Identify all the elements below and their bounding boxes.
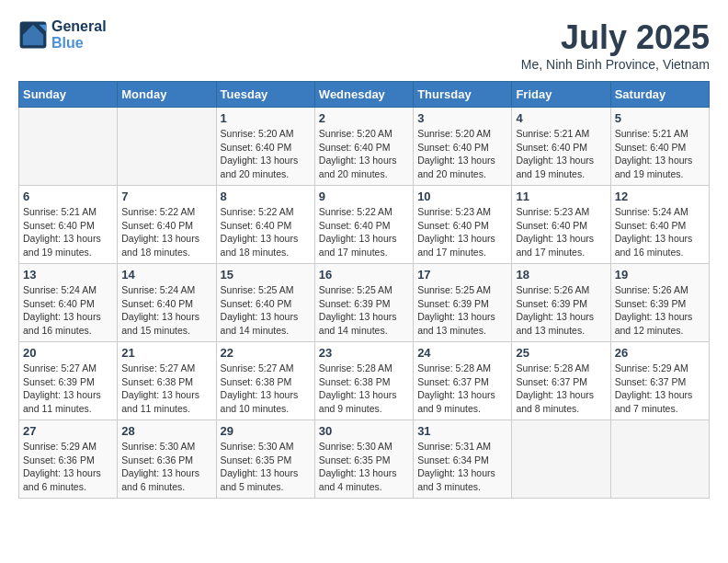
day-info: Sunrise: 5:30 AMSunset: 6:35 PMDaylight:… <box>319 440 409 494</box>
day-number: 10 <box>417 190 507 203</box>
day-info: Sunrise: 5:22 AMSunset: 6:40 PMDaylight:… <box>121 205 211 259</box>
calendar-cell: 31 Sunrise: 5:31 AMSunset: 6:34 PMDaylig… <box>414 420 512 499</box>
day-number: 17 <box>417 268 507 282</box>
weekday-header: Wednesday <box>314 82 413 108</box>
calendar-cell: 21 Sunrise: 5:27 AMSunset: 6:38 PMDaylig… <box>118 342 216 420</box>
calendar-header-row: SundayMondayTuesdayWednesdayThursdayFrid… <box>19 82 710 108</box>
day-info: Sunrise: 5:24 AMSunset: 6:40 PMDaylight:… <box>121 283 211 338</box>
calendar-cell: 19 Sunrise: 5:26 AMSunset: 6:39 PMDaylig… <box>610 264 709 342</box>
calendar-week-row: 13 Sunrise: 5:24 AMSunset: 6:40 PMDaylig… <box>19 264 710 342</box>
day-info: Sunrise: 5:29 AMSunset: 6:37 PMDaylight:… <box>615 362 705 416</box>
calendar-cell: 1 Sunrise: 5:20 AMSunset: 6:40 PMDayligh… <box>216 108 314 186</box>
calendar-cell: 25 Sunrise: 5:28 AMSunset: 6:37 PMDaylig… <box>512 342 610 420</box>
logo: General Blue <box>18 18 107 52</box>
calendar-week-row: 20 Sunrise: 5:27 AMSunset: 6:39 PMDaylig… <box>19 342 710 420</box>
calendar-week-row: 6 Sunrise: 5:21 AMSunset: 6:40 PMDayligh… <box>19 186 710 264</box>
day-number: 15 <box>221 268 311 282</box>
calendar-week-row: 1 Sunrise: 5:20 AMSunset: 6:40 PMDayligh… <box>19 108 710 186</box>
day-number: 21 <box>121 346 211 360</box>
day-info: Sunrise: 5:26 AMSunset: 6:39 PMDaylight:… <box>516 283 606 338</box>
calendar-cell: 8 Sunrise: 5:22 AMSunset: 6:40 PMDayligh… <box>216 186 314 264</box>
calendar-cell: 6 Sunrise: 5:21 AMSunset: 6:40 PMDayligh… <box>19 186 118 264</box>
day-number: 1 <box>221 111 311 125</box>
calendar-cell: 2 Sunrise: 5:20 AMSunset: 6:40 PMDayligh… <box>314 108 413 186</box>
day-info: Sunrise: 5:28 AMSunset: 6:37 PMDaylight:… <box>516 362 606 416</box>
day-number: 14 <box>121 268 211 282</box>
day-info: Sunrise: 5:20 AMSunset: 6:40 PMDaylight:… <box>417 127 507 181</box>
calendar-cell <box>118 108 216 186</box>
title-block: July 2025 Me, Ninh Binh Province, Vietna… <box>521 18 710 72</box>
logo-text: General Blue <box>51 18 107 52</box>
day-number: 11 <box>516 190 606 203</box>
calendar-cell <box>19 108 118 186</box>
location: Me, Ninh Binh Province, Vietnam <box>521 57 710 72</box>
weekday-header: Tuesday <box>216 82 314 108</box>
calendar-cell: 26 Sunrise: 5:29 AMSunset: 6:37 PMDaylig… <box>610 342 709 420</box>
day-info: Sunrise: 5:22 AMSunset: 6:40 PMDaylight:… <box>319 205 409 259</box>
calendar-cell: 4 Sunrise: 5:21 AMSunset: 6:40 PMDayligh… <box>512 108 610 186</box>
day-info: Sunrise: 5:21 AMSunset: 6:40 PMDaylight:… <box>615 127 705 181</box>
calendar-cell: 15 Sunrise: 5:25 AMSunset: 6:40 PMDaylig… <box>216 264 314 342</box>
day-number: 9 <box>319 190 409 203</box>
day-number: 25 <box>516 346 606 360</box>
day-info: Sunrise: 5:26 AMSunset: 6:39 PMDaylight:… <box>615 283 705 338</box>
day-number: 26 <box>615 346 705 360</box>
day-info: Sunrise: 5:28 AMSunset: 6:38 PMDaylight:… <box>319 362 409 416</box>
day-number: 13 <box>23 268 113 282</box>
weekday-header: Monday <box>118 82 216 108</box>
day-info: Sunrise: 5:24 AMSunset: 6:40 PMDaylight:… <box>23 283 113 338</box>
day-info: Sunrise: 5:25 AMSunset: 6:39 PMDaylight:… <box>319 283 409 338</box>
calendar-cell: 22 Sunrise: 5:27 AMSunset: 6:38 PMDaylig… <box>216 342 314 420</box>
calendar-cell: 3 Sunrise: 5:20 AMSunset: 6:40 PMDayligh… <box>414 108 512 186</box>
day-info: Sunrise: 5:28 AMSunset: 6:37 PMDaylight:… <box>417 362 507 416</box>
calendar-cell: 7 Sunrise: 5:22 AMSunset: 6:40 PMDayligh… <box>118 186 216 264</box>
weekday-header: Friday <box>512 82 610 108</box>
day-number: 31 <box>417 424 507 438</box>
calendar-cell: 5 Sunrise: 5:21 AMSunset: 6:40 PMDayligh… <box>610 108 709 186</box>
calendar-cell: 12 Sunrise: 5:24 AMSunset: 6:40 PMDaylig… <box>610 186 709 264</box>
day-number: 19 <box>615 268 705 282</box>
calendar-cell: 29 Sunrise: 5:30 AMSunset: 6:35 PMDaylig… <box>216 420 314 499</box>
day-info: Sunrise: 5:23 AMSunset: 6:40 PMDaylight:… <box>516 205 606 259</box>
day-info: Sunrise: 5:21 AMSunset: 6:40 PMDaylight:… <box>23 205 113 259</box>
day-number: 6 <box>23 190 113 203</box>
day-info: Sunrise: 5:20 AMSunset: 6:40 PMDaylight:… <box>221 127 311 181</box>
day-info: Sunrise: 5:23 AMSunset: 6:40 PMDaylight:… <box>417 205 507 259</box>
day-number: 2 <box>319 111 409 125</box>
calendar-cell: 23 Sunrise: 5:28 AMSunset: 6:38 PMDaylig… <box>314 342 413 420</box>
calendar-cell: 13 Sunrise: 5:24 AMSunset: 6:40 PMDaylig… <box>19 264 118 342</box>
calendar-cell <box>512 420 610 499</box>
calendar-week-row: 27 Sunrise: 5:29 AMSunset: 6:36 PMDaylig… <box>19 420 710 499</box>
day-number: 22 <box>221 346 311 360</box>
day-number: 12 <box>615 190 705 203</box>
calendar-cell: 16 Sunrise: 5:25 AMSunset: 6:39 PMDaylig… <box>314 264 413 342</box>
day-number: 28 <box>121 424 211 438</box>
day-number: 20 <box>23 346 113 360</box>
calendar-cell: 27 Sunrise: 5:29 AMSunset: 6:36 PMDaylig… <box>19 420 118 499</box>
page-header: General Blue July 2025 Me, Ninh Binh Pro… <box>18 18 710 72</box>
day-info: Sunrise: 5:21 AMSunset: 6:40 PMDaylight:… <box>516 127 606 181</box>
day-info: Sunrise: 5:30 AMSunset: 6:36 PMDaylight:… <box>121 440 211 494</box>
month-title: July 2025 <box>521 18 710 57</box>
day-number: 29 <box>221 424 311 438</box>
day-info: Sunrise: 5:24 AMSunset: 6:40 PMDaylight:… <box>615 205 705 259</box>
calendar-cell: 14 Sunrise: 5:24 AMSunset: 6:40 PMDaylig… <box>118 264 216 342</box>
day-info: Sunrise: 5:20 AMSunset: 6:40 PMDaylight:… <box>319 127 409 181</box>
day-info: Sunrise: 5:22 AMSunset: 6:40 PMDaylight:… <box>221 205 311 259</box>
calendar-cell: 9 Sunrise: 5:22 AMSunset: 6:40 PMDayligh… <box>314 186 413 264</box>
calendar-cell: 10 Sunrise: 5:23 AMSunset: 6:40 PMDaylig… <box>414 186 512 264</box>
day-number: 7 <box>121 190 211 203</box>
day-number: 18 <box>516 268 606 282</box>
day-info: Sunrise: 5:25 AMSunset: 6:39 PMDaylight:… <box>417 283 507 338</box>
logo-icon <box>18 20 48 50</box>
day-number: 23 <box>319 346 409 360</box>
calendar-cell: 17 Sunrise: 5:25 AMSunset: 6:39 PMDaylig… <box>414 264 512 342</box>
day-number: 27 <box>23 424 113 438</box>
day-info: Sunrise: 5:25 AMSunset: 6:40 PMDaylight:… <box>221 283 311 338</box>
weekday-header: Sunday <box>19 82 118 108</box>
day-info: Sunrise: 5:27 AMSunset: 6:38 PMDaylight:… <box>221 362 311 416</box>
calendar-cell <box>610 420 709 499</box>
day-number: 8 <box>221 190 311 203</box>
calendar-cell: 24 Sunrise: 5:28 AMSunset: 6:37 PMDaylig… <box>414 342 512 420</box>
calendar-table: SundayMondayTuesdayWednesdayThursdayFrid… <box>18 81 710 499</box>
